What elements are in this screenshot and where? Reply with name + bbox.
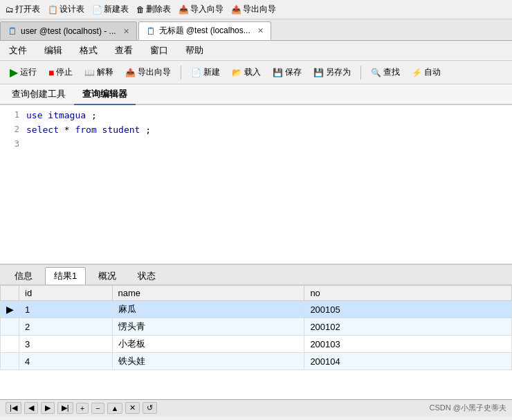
nav-up[interactable]: ▲ [107,403,123,414]
table-row[interactable]: 3 小老板 200103 [1,336,512,353]
explain-icon: 📖 [84,68,95,77]
nav-next[interactable]: ▶ [41,402,55,414]
keyword-from: from [75,125,96,135]
stop-button[interactable]: ■ 停止 [44,64,77,80]
save-label: 保存 [285,66,302,78]
table-header-row: id name no [1,286,512,301]
table-row[interactable]: 2 愣头青 200102 [1,318,512,336]
design-table-btn[interactable]: 📋 设计表 [46,2,86,17]
tab-untitled-close[interactable]: ✕ [257,26,264,35]
row-arrow-1: ▶ [1,301,19,318]
editor-line-2: 2 select * from student ; [6,123,506,138]
nav-delete[interactable]: ✕ [125,402,140,414]
nav-first[interactable]: |◀ [6,402,21,414]
row-arrow-3 [1,336,19,353]
code-star: * [64,125,75,135]
nav-refresh[interactable]: ↺ [143,402,157,414]
result-tab-info[interactable]: 信息 [6,267,42,284]
design-table-label: 设计表 [60,3,84,15]
open-table-btn[interactable]: 🗂 打开表 [3,2,42,17]
import-wizard-label: 导入向导 [190,3,223,15]
result-table: id name no ▶ 1 麻瓜 200105 2 愣头青 200102 [0,285,512,370]
cell-name-4: 铁头娃 [112,353,304,370]
sub-tab-query-editor[interactable]: 查询编辑器 [74,84,136,105]
menu-format[interactable]: 格式 [76,43,101,58]
cell-no-1: 200105 [304,301,512,318]
header-no[interactable]: no [304,286,512,301]
cell-id-3: 3 [19,336,113,353]
new-table-label: 新建表 [104,3,129,15]
cell-id-4: 4 [19,353,113,370]
line-code-2: select * from student ; [26,123,151,138]
tab-user-close[interactable]: ✕ [123,27,129,36]
menu-view[interactable]: 查看 [111,43,136,58]
auto-icon: ⚡ [412,68,422,77]
line-num-3: 3 [6,138,19,151]
semicolon-2: ; [145,125,151,135]
menu-edit[interactable]: 编辑 [41,43,66,58]
nav-add[interactable]: + [76,403,89,414]
tab-untitled[interactable]: 🗒 无标题 @test (localhos... ✕ [138,21,271,40]
save-as-label: 另存为 [326,66,351,78]
cell-name-1: 麻瓜 [112,301,304,318]
load-icon: 📂 [232,68,242,77]
header-id[interactable]: id [19,286,113,301]
header-name[interactable]: name [112,286,304,301]
tab-user-icon: 🗒 [8,26,17,37]
cell-id-1: 1 [19,301,113,318]
run-icon: ▶ [10,66,18,79]
export-wizard-btn[interactable]: 📤 导出向导 [121,64,175,80]
db-name: itmagua [48,110,86,120]
editor-area[interactable]: 1 use itmagua ; 2 select * from student … [0,105,512,264]
save-icon: 💾 [273,68,283,77]
import-wizard-btn[interactable]: 📥 导入向导 [176,2,226,17]
delete-table-btn[interactable]: 🗑 删除表 [134,2,173,17]
save-button[interactable]: 💾 保存 [268,64,306,80]
result-tab-result1[interactable]: 结果1 [45,267,86,284]
editor-line-3: 3 [6,138,506,151]
export-wizard-label: 导出向导 [138,66,171,78]
new-icon: 📄 [191,68,201,77]
tab-bar: 🗒 user @test (localhost) - ... ✕ 🗒 无标题 @… [0,19,512,41]
nav-minus[interactable]: − [91,403,104,414]
sub-tab-query-builder[interactable]: 查询创建工具 [3,84,74,105]
export-wizard-top-btn[interactable]: 📤 导出向导 [229,2,278,17]
menu-help[interactable]: 帮助 [182,43,207,58]
cell-id-2: 2 [19,318,113,336]
keyword-use: use [26,110,42,120]
cell-no-4: 200104 [304,353,512,370]
run-button[interactable]: ▶ 运行 [6,64,41,81]
cell-name-3: 小老板 [112,336,304,353]
table-row[interactable]: ▶ 1 麻瓜 200105 [1,301,512,318]
nav-last[interactable]: ▶| [57,402,73,414]
table-name: student [102,125,140,135]
menu-window[interactable]: 窗口 [147,43,172,58]
result-tab-bar: 信息 结果1 概况 状态 [0,265,512,285]
new-button[interactable]: 📄 新建 [187,64,224,80]
find-label: 查找 [383,66,400,78]
auto-button[interactable]: ⚡ 自动 [408,64,445,80]
data-grid[interactable]: id name no ▶ 1 麻瓜 200105 2 愣头青 200102 [0,285,512,399]
new-table-btn[interactable]: 📄 新建表 [90,2,131,17]
delete-table-label: 删除表 [146,3,171,15]
find-button[interactable]: 🔍 查找 [367,64,404,80]
cell-name-2: 愣头青 [112,318,304,336]
delete-table-icon: 🗑 [136,5,145,15]
export-wizard-icon: 📤 [125,68,136,77]
editor-line-1: 1 use itmagua ; [6,109,506,123]
cell-no-3: 200103 [304,336,512,353]
tab-user[interactable]: 🗒 user @test (localhost) - ... ✕ [0,21,137,40]
table-row[interactable]: 4 铁头娃 200104 [1,353,512,370]
menu-file[interactable]: 文件 [6,43,30,58]
explain-button[interactable]: 📖 解释 [80,64,118,80]
row-arrow-2 [1,318,19,336]
bottom-bar: |◀ ◀ ▶ ▶| + − ▲ ✕ ↺ CSDN @小黑子史蒂夫 [0,399,512,416]
load-button[interactable]: 📂 载入 [228,64,265,80]
result-tab-overview[interactable]: 概况 [89,267,125,284]
save-as-button[interactable]: 💾 另存为 [309,64,355,80]
watermark: CSDN @小黑子史蒂夫 [430,403,506,413]
result-tab-status[interactable]: 状态 [129,267,165,284]
nav-prev[interactable]: ◀ [24,402,38,414]
toolbar-divider-1 [181,66,181,80]
load-label: 载入 [244,66,261,78]
